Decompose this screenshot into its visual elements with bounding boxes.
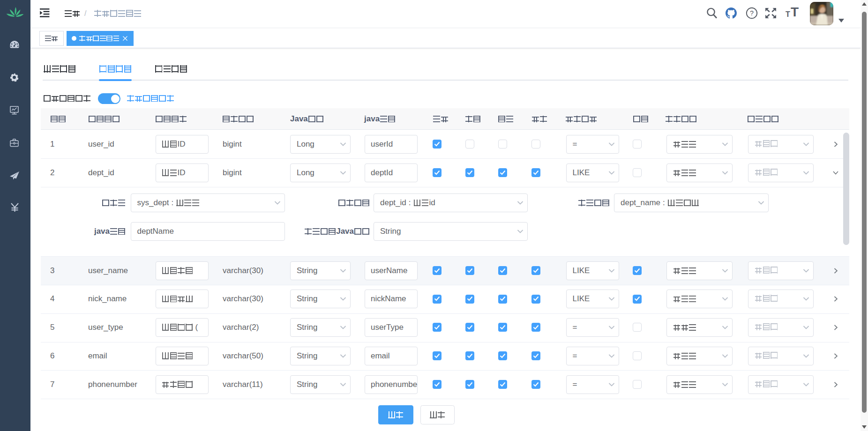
svg-text:?: ? <box>750 9 754 17</box>
